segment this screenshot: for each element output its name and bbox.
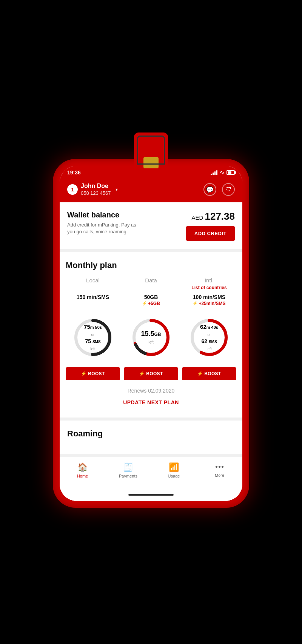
usage-label: Usage xyxy=(168,474,180,478)
signal-icon xyxy=(211,170,217,175)
nav-usage[interactable]: 📶 Usage xyxy=(151,460,197,481)
phone-screen: 19:36 ∿ 1 John Doe 058 123 4567 xyxy=(60,166,242,501)
local-boost-cell: ⚡ BOOST xyxy=(66,367,120,380)
wallet-info: Wallet balance Add credit for mParking, … xyxy=(67,211,139,235)
user-number: 058 123 4567 xyxy=(81,190,111,197)
intl-allowance: 100 min/SMS ⚡ +25min/SMS xyxy=(182,294,236,310)
home-label: Home xyxy=(77,474,88,478)
home-indicator xyxy=(60,488,242,501)
sim-chip xyxy=(143,157,159,168)
local-label: Local xyxy=(66,277,120,283)
roaming-card: Roaming xyxy=(60,421,242,454)
nav-home[interactable]: 🏠 Home xyxy=(60,460,105,481)
wallet-balance: AED 127.38 xyxy=(191,211,235,222)
monthly-plan-card: Monthly plan Local Data Intl. List of co… xyxy=(60,252,242,418)
wifi-icon: ∿ xyxy=(220,169,224,176)
local-column-header: Local xyxy=(66,277,120,290)
usage-icon: 📶 xyxy=(169,462,179,472)
phone-shell: 19:36 ∿ 1 John Doe 058 123 4567 xyxy=(53,159,249,508)
update-next-plan-button[interactable]: UPDATE NEXT PLAN xyxy=(123,399,179,405)
local-circle: 75m 50s or 75 SMS left xyxy=(72,317,114,358)
payments-label: Payments xyxy=(119,474,137,478)
intl-circle: 62m 40s or 62 SMS left xyxy=(188,317,230,358)
data-column-header: Data xyxy=(124,277,178,290)
intl-column-header: Intl. List of countries xyxy=(182,277,236,290)
data-allowance: 50GB ⚡ +5GB xyxy=(124,294,178,310)
plan-grid: Local Data Intl. List of countries 150 m… xyxy=(66,277,236,380)
intl-label: Intl. xyxy=(182,277,236,283)
header-action-icons: 💬 🛡 xyxy=(203,183,235,196)
nav-payments[interactable]: 🧾 Payments xyxy=(105,460,151,481)
intl-circle-text: 62m 40s or 62 SMS left xyxy=(200,323,218,352)
home-icon: 🏠 xyxy=(77,462,88,472)
local-circle-text: 75m 50s or 75 SMS left xyxy=(84,323,102,352)
more-label: More xyxy=(215,473,224,478)
wallet-currency: AED xyxy=(191,214,203,221)
data-boost-button[interactable]: ⚡ BOOST xyxy=(124,367,178,380)
bottom-nav: 🏠 Home 🧾 Payments 📶 Usage More xyxy=(60,457,242,488)
user-name: John Doe xyxy=(81,182,111,190)
sim-card xyxy=(134,132,168,174)
user-avatar: 1 xyxy=(67,184,78,195)
data-label: Data xyxy=(124,277,178,283)
wallet-card: Wallet balance Add credit for mParking, … xyxy=(60,202,242,249)
status-icons: ∿ xyxy=(211,169,235,176)
add-credit-button[interactable]: ADD CREDIT xyxy=(186,226,235,241)
wallet-amount: 127.38 xyxy=(205,211,235,222)
wallet-actions: AED 127.38 ADD CREDIT xyxy=(186,211,235,241)
monthly-plan-title: Monthly plan xyxy=(66,260,236,270)
battery-icon xyxy=(226,170,235,175)
list-of-countries-link[interactable]: List of countries xyxy=(182,285,236,290)
main-content: Wallet balance Add credit for mParking, … xyxy=(60,202,242,501)
data-circle-container: 15.5GB left xyxy=(124,317,178,358)
payments-icon: 🧾 xyxy=(123,462,133,472)
intl-boost-button[interactable]: ⚡ BOOST xyxy=(182,367,236,380)
local-boost-button[interactable]: ⚡ BOOST xyxy=(66,367,120,380)
renews-text: Renews 02.09.2020 xyxy=(66,388,236,394)
data-boost-cell: ⚡ BOOST xyxy=(124,367,178,380)
intl-boost-extra: ⚡ +25min/SMS xyxy=(182,301,236,306)
messages-icon[interactable]: 💬 xyxy=(203,183,216,196)
app-header: 1 John Doe 058 123 4567 ▾ 💬 🛡 xyxy=(60,179,242,202)
wallet-title: Wallet balance xyxy=(67,211,139,219)
wallet-description: Add credit for mParking, Pay as you go c… xyxy=(67,222,139,235)
status-time: 19:36 xyxy=(67,169,81,176)
data-circle: 15.5GB left xyxy=(130,317,172,358)
more-dots-icon xyxy=(216,462,223,471)
local-allowance: 150 min/SMS xyxy=(66,294,120,310)
intl-boost-cell: ⚡ BOOST xyxy=(182,367,236,380)
local-circle-container: 75m 50s or 75 SMS left xyxy=(66,317,120,358)
help-icon[interactable]: 🛡 xyxy=(222,183,235,196)
user-details: John Doe 058 123 4567 xyxy=(81,182,111,197)
chevron-down-icon: ▾ xyxy=(116,187,118,192)
roaming-title: Roaming xyxy=(67,429,235,439)
home-indicator-bar xyxy=(128,494,174,496)
data-boost-extra: ⚡ +5GB xyxy=(124,301,178,306)
intl-circle-container: 62m 40s or 62 SMS left xyxy=(182,317,236,358)
user-info-section[interactable]: 1 John Doe 058 123 4567 ▾ xyxy=(67,182,118,197)
data-circle-text: 15.5GB left xyxy=(141,330,161,345)
nav-more[interactable]: More xyxy=(197,460,242,481)
